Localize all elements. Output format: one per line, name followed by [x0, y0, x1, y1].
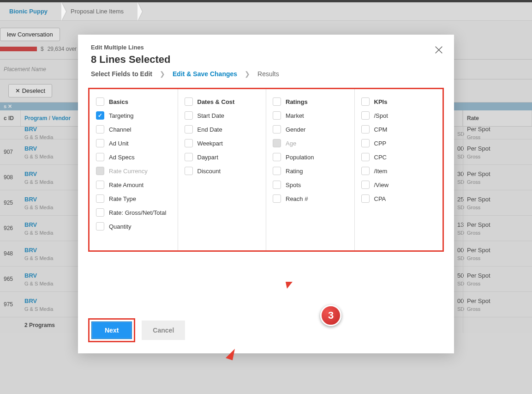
checkbox[interactable] — [273, 181, 281, 189]
field-option[interactable]: Population — [268, 150, 353, 164]
checkbox[interactable] — [273, 194, 281, 203]
close-icon — [434, 45, 444, 55]
field-option[interactable]: Daypart — [180, 150, 264, 164]
step-3: Results — [257, 70, 279, 78]
chevron-right-icon: ❯ — [160, 70, 165, 78]
next-button-highlight: Next — [88, 318, 135, 342]
edit-multiple-lines-modal: Edit Multiple Lines 8 Lines Selected Sel… — [78, 35, 454, 353]
group-label: Dates & Cost — [197, 98, 235, 105]
checkbox[interactable] — [273, 97, 281, 106]
field-option[interactable]: Ad Unit — [91, 136, 176, 150]
field-label: Rating — [286, 168, 303, 175]
checkbox[interactable] — [361, 153, 370, 161]
checkbox[interactable] — [96, 153, 104, 161]
checkbox[interactable] — [185, 97, 193, 106]
field-label: Quantity — [109, 223, 131, 230]
field-label: /Item — [374, 168, 388, 175]
field-option[interactable]: Reach # — [268, 192, 353, 206]
close-button[interactable] — [434, 45, 444, 56]
checkbox[interactable] — [361, 167, 370, 175]
field-label: Rate Currency — [109, 168, 148, 175]
checkbox[interactable] — [273, 111, 281, 120]
checkbox[interactable] — [361, 194, 370, 203]
field-option[interactable]: CPA — [357, 192, 441, 206]
field-option[interactable]: /Spot — [357, 109, 441, 122]
annotation-arrow — [219, 314, 329, 371]
field-option[interactable]: CPP — [357, 136, 441, 150]
field-option[interactable]: Rate Type — [91, 192, 176, 206]
field-option[interactable]: CPM — [357, 122, 441, 136]
field-label: Market — [286, 112, 304, 119]
field-column: BasicsTargetingChannelAd UnitAd SpecsRat… — [90, 89, 178, 250]
checkbox[interactable] — [361, 111, 370, 120]
field-label: Daypart — [197, 154, 219, 161]
modal-title: 8 Lines Selected — [91, 54, 441, 66]
step-1: Select Fields to Edit — [91, 70, 152, 78]
field-option[interactable]: Channel — [91, 122, 176, 136]
field-group-header[interactable]: Basics — [91, 95, 176, 109]
field-option[interactable]: /Item — [357, 164, 441, 178]
field-option[interactable]: Start Date — [180, 109, 264, 122]
checkbox[interactable] — [96, 125, 104, 133]
annotation-badge: 3 — [320, 305, 341, 326]
field-label: Reach # — [286, 195, 308, 202]
field-option[interactable]: /View — [357, 178, 441, 192]
field-option[interactable]: Ad Specs — [91, 150, 176, 164]
checkbox[interactable] — [185, 111, 193, 120]
group-label: KPIs — [374, 98, 388, 105]
checkbox[interactable] — [273, 153, 281, 161]
checkbox[interactable] — [185, 139, 193, 147]
field-label: /Spot — [374, 112, 388, 119]
field-label: Start Date — [197, 112, 225, 119]
checkbox[interactable] — [361, 139, 370, 147]
field-label: Discount — [197, 168, 221, 175]
cancel-button[interactable]: Cancel — [142, 321, 185, 340]
field-label: Channel — [109, 126, 131, 133]
checkbox[interactable] — [96, 194, 104, 203]
field-label: Gender — [286, 126, 305, 133]
field-option[interactable]: CPC — [357, 150, 441, 164]
field-option[interactable]: Discount — [180, 164, 264, 178]
field-label: Rate Type — [109, 195, 136, 202]
checkbox[interactable] — [185, 125, 193, 133]
checkbox[interactable] — [273, 167, 281, 175]
modal-header: Edit Multiple Lines 8 Lines Selected Sel… — [78, 35, 454, 82]
field-group-header[interactable]: Dates & Cost — [180, 95, 264, 109]
field-option[interactable]: Rate Amount — [91, 178, 176, 192]
field-option[interactable]: Rate Currency — [91, 164, 176, 178]
field-label: CPM — [374, 126, 388, 133]
field-option[interactable]: Rate: Gross/Net/Total — [91, 206, 176, 219]
field-label: Spots — [286, 182, 301, 188]
checkbox[interactable] — [361, 97, 370, 106]
field-option[interactable]: Age — [268, 136, 353, 150]
checkbox[interactable] — [96, 181, 104, 189]
checkbox[interactable] — [96, 208, 104, 217]
field-option[interactable]: Quantity — [91, 219, 176, 233]
checkbox[interactable] — [96, 167, 104, 175]
fields-selection-box: BasicsTargetingChannelAd UnitAd SpecsRat… — [88, 88, 444, 252]
field-label: Targeting — [109, 112, 133, 119]
checkbox[interactable] — [96, 97, 104, 106]
field-label: Rate: Gross/Net/Total — [109, 209, 166, 216]
checkbox[interactable] — [185, 153, 193, 161]
checkbox[interactable] — [361, 181, 370, 189]
checkbox[interactable] — [96, 111, 104, 120]
field-option[interactable]: Gender — [268, 122, 353, 136]
checkbox[interactable] — [361, 125, 370, 133]
checkbox[interactable] — [96, 222, 104, 230]
field-option[interactable]: Weekpart — [180, 136, 264, 150]
field-option[interactable]: Targeting — [91, 109, 176, 122]
field-option[interactable]: Market — [268, 109, 353, 122]
field-option[interactable]: End Date — [180, 122, 264, 136]
checkbox[interactable] — [185, 167, 193, 175]
checkbox[interactable] — [96, 139, 104, 147]
step-2: Edit & Save Changes — [173, 70, 237, 78]
field-group-header[interactable]: Ratings — [268, 95, 353, 109]
checkbox[interactable] — [273, 139, 281, 147]
field-group-header[interactable]: KPIs — [357, 95, 441, 109]
checkbox[interactable] — [273, 125, 281, 133]
field-column: Dates & CostStart DateEnd DateWeekpartDa… — [178, 89, 267, 250]
field-option[interactable]: Rating — [268, 164, 353, 178]
field-option[interactable]: Spots — [268, 178, 353, 192]
next-button[interactable]: Next — [91, 321, 132, 339]
